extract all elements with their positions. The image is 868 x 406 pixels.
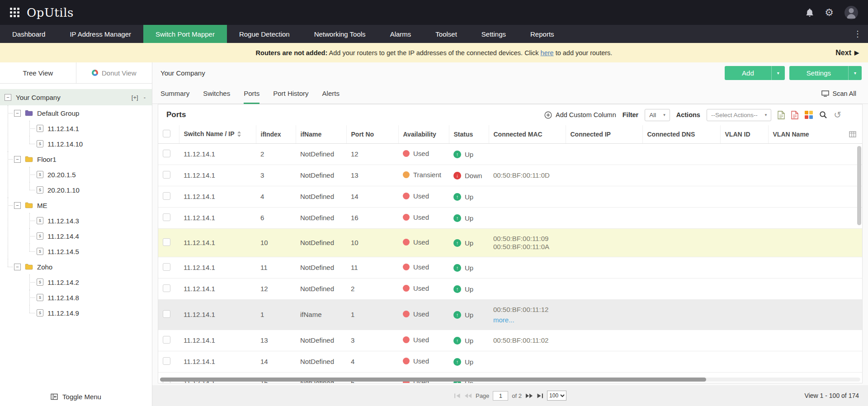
horizontal-scrollbar-thumb[interactable] bbox=[160, 378, 706, 382]
more-link[interactable]: more... bbox=[493, 316, 561, 324]
next-button[interactable]: Next ▶ bbox=[835, 43, 859, 62]
export-pdf-icon[interactable] bbox=[791, 111, 798, 119]
row-checkbox[interactable] bbox=[163, 357, 170, 365]
user-avatar[interactable] bbox=[844, 6, 858, 19]
row-checkbox[interactable] bbox=[163, 263, 170, 271]
nav-item-rogue-detection[interactable]: Rogue Detection bbox=[227, 25, 302, 43]
scan-all-button[interactable]: Scan All bbox=[821, 83, 856, 104]
table-row[interactable]: 11.12.14.1 6 NotDefined 16 Used ↑Up bbox=[158, 207, 862, 228]
nav-item-dashboard[interactable]: Dashboard bbox=[0, 25, 57, 43]
page-size-select[interactable]: 100 bbox=[547, 391, 566, 401]
settings-dropdown-caret-icon[interactable]: ▾ bbox=[848, 66, 862, 80]
row-checkbox[interactable] bbox=[163, 171, 170, 179]
nav-item-alarms[interactable]: Alarms bbox=[378, 25, 424, 43]
tree-group-row[interactable]: − Zoho bbox=[14, 259, 152, 274]
add-dropdown-caret-icon[interactable]: ▾ bbox=[771, 66, 785, 80]
actions-dropdown[interactable]: --Select Actions-- ▾ bbox=[707, 109, 771, 121]
apps-grid-icon[interactable] bbox=[10, 8, 19, 17]
collapse-icon[interactable]: − bbox=[14, 202, 21, 209]
row-checkbox[interactable] bbox=[163, 213, 170, 221]
tree-item-switch[interactable]: s 11.12.14.10 bbox=[28, 136, 152, 151]
column-header-connected-ip[interactable]: Connected IP bbox=[566, 125, 642, 143]
table-row[interactable]: 11.12.14.1 14 NotDefined 4 Used ↑Up bbox=[158, 351, 862, 372]
row-checkbox[interactable] bbox=[163, 310, 170, 318]
sidebar-tab-donut-view[interactable]: Donut View bbox=[76, 62, 152, 83]
column-header-ifname[interactable]: ifName bbox=[296, 125, 346, 143]
tree-item-switch[interactable]: s 11.12.14.9 bbox=[28, 305, 152, 321]
table-row[interactable]: 11.12.14.1 2 NotDefined 12 Used ↑Up bbox=[158, 143, 862, 165]
refresh-icon[interactable]: ↺ bbox=[834, 110, 841, 119]
collapse-icon[interactable]: − bbox=[14, 156, 21, 163]
vertical-scrollbar-thumb[interactable] bbox=[857, 146, 861, 225]
column-chooser-color-grid-icon[interactable] bbox=[805, 111, 813, 119]
nav-item-reports[interactable]: Reports bbox=[518, 25, 566, 43]
tree-item-switch[interactable]: s 11.12.14.4 bbox=[28, 228, 152, 244]
collapse-icon[interactable]: − bbox=[14, 110, 21, 117]
tab-port-history[interactable]: Port History bbox=[273, 83, 308, 104]
tree-item-switch[interactable]: s 20.20.1.5 bbox=[28, 167, 152, 182]
tab-ports[interactable]: Ports bbox=[244, 83, 259, 104]
add-routers-link[interactable]: here bbox=[541, 49, 554, 57]
column-header-switch-name-ip[interactable]: Switch Name / IP bbox=[179, 125, 256, 143]
tree-item-switch[interactable]: s 11.12.14.3 bbox=[28, 213, 152, 228]
select-all-checkbox[interactable] bbox=[163, 130, 170, 137]
pagination-first-button[interactable] bbox=[454, 393, 461, 398]
pagination-next-button[interactable] bbox=[525, 393, 533, 398]
add-button[interactable]: Add ▾ bbox=[725, 66, 785, 80]
nav-item-toolset[interactable]: Toolset bbox=[423, 25, 469, 43]
tab-summary[interactable]: Summary bbox=[160, 83, 189, 104]
row-checkbox[interactable] bbox=[163, 238, 170, 246]
filter-dropdown[interactable]: All ▾ bbox=[645, 109, 670, 121]
tree-item-switch[interactable]: s 11.12.14.8 bbox=[28, 290, 152, 305]
nav-item-ip-address-manager[interactable]: IP Address Manager bbox=[57, 25, 143, 43]
nav-overflow-kebab-icon[interactable]: ⋮ bbox=[847, 25, 868, 43]
collapse-icon[interactable]: − bbox=[5, 94, 11, 101]
column-header-availability[interactable]: Availability bbox=[398, 125, 449, 143]
nav-item-switch-port-mapper[interactable]: Switch Port Mapper bbox=[143, 25, 227, 43]
export-csv-icon[interactable] bbox=[778, 111, 785, 119]
tree-root-your-company[interactable]: − Your Company [+] - bbox=[0, 89, 152, 105]
row-checkbox[interactable] bbox=[163, 192, 170, 200]
search-icon[interactable] bbox=[819, 111, 827, 119]
gear-icon[interactable]: ⚙ bbox=[825, 8, 834, 18]
nav-item-networking-tools[interactable]: Networking Tools bbox=[302, 25, 378, 43]
pagination-prev-button[interactable] bbox=[464, 393, 472, 398]
column-header-ifindex[interactable]: ifIndex bbox=[256, 125, 296, 143]
column-header-connected-dns[interactable]: Connected DNS bbox=[642, 125, 720, 143]
table-row[interactable]: 11.12.14.1 13 NotDefined 3 Used ↑Up 00:5… bbox=[158, 330, 862, 351]
tree-group-row[interactable]: − Floor1 bbox=[14, 151, 152, 167]
column-header-port-no[interactable]: Port No bbox=[346, 125, 398, 143]
table-row[interactable]: 11.12.14.1 4 NotDefined 14 Used ↑Up bbox=[158, 186, 862, 207]
column-header-vlan-name[interactable]: VLAN Name bbox=[768, 125, 862, 143]
add-custom-column-button[interactable]: Add Custom Column bbox=[544, 111, 616, 119]
settings-button[interactable]: Settings ▾ bbox=[789, 66, 862, 80]
page-number-input[interactable] bbox=[493, 391, 508, 401]
add-group-control[interactable]: [+] bbox=[132, 94, 138, 101]
column-settings-grid-icon[interactable] bbox=[849, 131, 856, 139]
table-row[interactable]: 11.12.14.1 1 ifName 1 Used ↑Up 00:50:BF:… bbox=[158, 299, 862, 330]
tree-item-switch[interactable]: s 11.12.14.5 bbox=[28, 244, 152, 259]
tab-switches[interactable]: Switches bbox=[203, 83, 230, 104]
table-row[interactable]: 11.12.14.1 11 NotDefined 11 Used ↑Up bbox=[158, 257, 862, 278]
table-row[interactable]: 11.12.14.1 10 NotDefined 10 Used ↑Up 00:… bbox=[158, 228, 862, 257]
table-row[interactable]: 11.12.14.1 3 NotDefined 13 Transient ↓Do… bbox=[158, 165, 862, 186]
column-header-vlan-id[interactable]: VLAN ID bbox=[720, 125, 768, 143]
tree-item-switch[interactable]: s 11.12.14.1 bbox=[28, 121, 152, 136]
nav-item-settings[interactable]: Settings bbox=[469, 25, 518, 43]
tree-item-switch[interactable]: s 11.12.14.2 bbox=[28, 274, 152, 290]
tab-alerts[interactable]: Alerts bbox=[322, 83, 340, 104]
pagination-last-button[interactable] bbox=[537, 393, 543, 398]
table-row[interactable]: 11.12.14.1 12 NotDefined 2 Used ↑Up bbox=[158, 278, 862, 299]
collapse-all-control[interactable]: - bbox=[144, 94, 146, 101]
tree-group-row[interactable]: − Default Group bbox=[14, 105, 152, 121]
row-checkbox[interactable] bbox=[163, 336, 170, 344]
toggle-menu-button[interactable]: Toggle Menu bbox=[0, 393, 152, 401]
row-checkbox[interactable] bbox=[163, 150, 170, 157]
row-checkbox[interactable] bbox=[163, 284, 170, 292]
sidebar-tab-tree-view[interactable]: Tree View bbox=[0, 62, 76, 83]
tree-group-row[interactable]: − ME bbox=[14, 198, 152, 213]
bell-icon[interactable] bbox=[806, 8, 814, 17]
sort-icon[interactable] bbox=[237, 131, 241, 138]
column-header-connected-mac[interactable]: Connected MAC bbox=[489, 125, 566, 143]
collapse-icon[interactable]: − bbox=[14, 264, 21, 270]
